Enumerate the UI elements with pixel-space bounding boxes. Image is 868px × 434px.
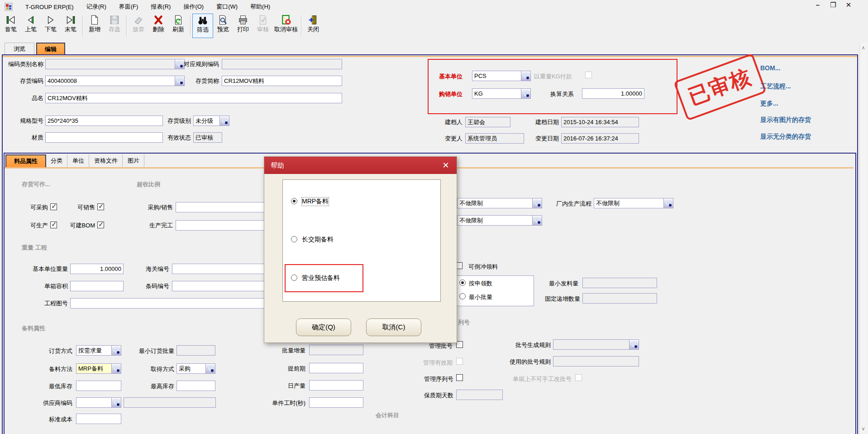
min-batch-radio[interactable] <box>459 293 466 299</box>
print-button[interactable]: 打印 <box>233 14 253 38</box>
conversion-field[interactable]: 1.00000 <box>582 88 644 99</box>
menu-item-window[interactable]: 窗口(W) <box>210 1 244 13</box>
min-stock-field[interactable] <box>76 381 121 391</box>
subtab-image[interactable]: 图片 <box>123 154 144 167</box>
subtab-material-attr[interactable]: 料品属性 <box>5 154 46 167</box>
lookup-icon[interactable] <box>521 71 530 81</box>
close-form-button[interactable]: 关闭 <box>303 14 323 38</box>
drawing-field[interactable] <box>70 298 268 309</box>
manage-serial-checkbox[interactable] <box>456 374 463 381</box>
ok-button[interactable]: 确定(Q) <box>296 318 351 336</box>
cancel-audit-button[interactable]: 取消审核 <box>273 14 299 38</box>
filter-button[interactable]: 筛选 <box>192 14 213 38</box>
manage-batch-checkbox[interactable] <box>456 341 463 348</box>
level-field[interactable]: 未分级 <box>193 116 229 126</box>
option-long-lead-label[interactable]: 长交期备料 <box>302 236 334 244</box>
trade-unit-field[interactable]: KG <box>472 88 531 99</box>
customs-field[interactable] <box>172 264 267 274</box>
option-mrp-radio[interactable] <box>291 198 297 204</box>
batch-rule-field[interactable] <box>553 339 639 350</box>
dialog-close-icon[interactable]: ✕ <box>440 160 451 170</box>
prep-method-field[interactable]: MRP备料 <box>76 363 121 374</box>
last-record-button[interactable]: 末笔 <box>61 14 81 38</box>
material-field[interactable] <box>45 132 163 143</box>
lookup-icon[interactable] <box>111 398 121 407</box>
can-bom-checkbox[interactable] <box>97 222 104 228</box>
ratio-done-field[interactable] <box>176 220 268 231</box>
tab-browse[interactable]: 浏览 <box>5 43 34 55</box>
close-button[interactable]: ✕ <box>843 1 854 9</box>
refresh-button[interactable]: 刷新 <box>168 14 188 38</box>
option-forecast-label[interactable]: 营业预估备料 <box>302 274 340 282</box>
lookup-icon[interactable] <box>532 216 542 225</box>
lookup-icon[interactable] <box>111 346 121 355</box>
rule-code-field[interactable] <box>222 59 342 69</box>
unit-time-field[interactable] <box>309 397 363 408</box>
producible-checkbox[interactable] <box>50 222 57 228</box>
option-mrp-label[interactable]: MRP备料 <box>302 198 329 206</box>
spec-field[interactable]: 250*240*35 <box>45 116 163 126</box>
menu-item-report[interactable]: 报表(R) <box>144 1 177 13</box>
menu-item-interface[interactable]: 界面(F) <box>113 1 145 13</box>
first-record-button[interactable]: 首笔 <box>1 14 21 38</box>
restore-button[interactable]: ❐ <box>827 1 839 9</box>
link-show-unclassified[interactable]: 显示无分类的存货 <box>760 133 811 141</box>
delete-button[interactable]: 删除 <box>148 14 168 38</box>
max-stock-field[interactable] <box>176 381 215 391</box>
std-cost-field[interactable] <box>76 414 121 424</box>
link-process-flow[interactable]: 工艺流程... <box>760 82 791 91</box>
lookup-icon[interactable] <box>111 364 121 373</box>
prev-record-button[interactable]: 上笔 <box>21 14 41 38</box>
link-show-with-image[interactable]: 显示有图片的存货 <box>760 116 811 124</box>
preview-button[interactable]: 预览 <box>213 14 233 38</box>
code-category-field[interactable] <box>45 59 185 69</box>
menu-item-help[interactable]: 帮助(H) <box>244 1 277 13</box>
menu-item-operation[interactable]: 操作(O) <box>177 1 210 13</box>
lead-time-field[interactable] <box>309 363 363 373</box>
link-bom[interactable]: BOM... <box>760 64 780 72</box>
volume-field[interactable] <box>70 281 124 291</box>
menu-bar: T-GROUP ERP(E) 记录(R) 界面(F) 报表(R) 操作(O) 窗… <box>0 0 868 14</box>
option-long-lead-radio[interactable] <box>291 236 297 242</box>
restrict-field-1[interactable]: 不做限制 <box>457 198 542 208</box>
subtab-unit[interactable]: 单位 <box>68 154 89 167</box>
factory-flow-field[interactable]: 不做限制 <box>594 198 673 208</box>
tab-edit[interactable]: 编辑 <box>36 43 65 55</box>
subtab-category[interactable]: 分类 <box>46 154 67 167</box>
supplier-field[interactable] <box>76 397 121 408</box>
subtab-qualification[interactable]: 资格文件 <box>90 154 123 167</box>
daily-output-field[interactable] <box>309 380 363 391</box>
scroll-down-icon[interactable]: ∨ <box>859 425 867 433</box>
by-request-radio[interactable] <box>459 280 466 286</box>
help-dialog-titlebar[interactable]: 帮助 <box>264 157 457 174</box>
item-code-field[interactable]: 400400008 <box>45 76 185 86</box>
lookup-icon[interactable] <box>521 89 530 98</box>
lookup-icon[interactable] <box>663 198 673 208</box>
minimize-button[interactable]: – <box>812 1 824 9</box>
option-forecast-radio[interactable] <box>291 275 297 281</box>
ratio-ps-field[interactable] <box>176 202 268 212</box>
restrict-field-2[interactable]: 不做限制 <box>457 215 542 226</box>
sellable-checkbox[interactable] <box>97 203 104 210</box>
short-name-field[interactable]: CR12MOV精料 <box>222 76 342 86</box>
cancel-button[interactable]: 取消(C) <box>366 318 421 336</box>
base-weight-field[interactable]: 1.00000 <box>70 264 124 274</box>
add-button[interactable]: 新增 <box>85 14 105 38</box>
item-name-field[interactable]: CR12MOV精料 <box>45 93 342 103</box>
next-record-button[interactable]: 下笔 <box>41 14 61 38</box>
order-mode-field[interactable]: 按需求量 <box>76 345 121 356</box>
purchasable-checkbox[interactable] <box>50 203 57 210</box>
vertical-scrollbar[interactable] <box>859 43 868 434</box>
base-unit-field[interactable]: PCS <box>472 71 531 81</box>
menu-item-record[interactable]: 记录(R) <box>80 1 113 13</box>
lookup-icon[interactable] <box>532 198 542 208</box>
barcode-field[interactable] <box>172 281 267 291</box>
link-more[interactable]: 更多... <box>760 100 778 108</box>
lookup-icon[interactable] <box>219 116 229 125</box>
trade-unit-label: 购销单位 <box>436 90 463 98</box>
menu-item-app[interactable]: T-GROUP ERP(E) <box>19 2 80 12</box>
lookup-icon[interactable] <box>629 340 639 349</box>
acquire-field[interactable]: 采购 <box>176 363 215 374</box>
scroll-up-icon[interactable]: ∧ <box>859 44 867 52</box>
lookup-icon[interactable] <box>205 364 215 373</box>
